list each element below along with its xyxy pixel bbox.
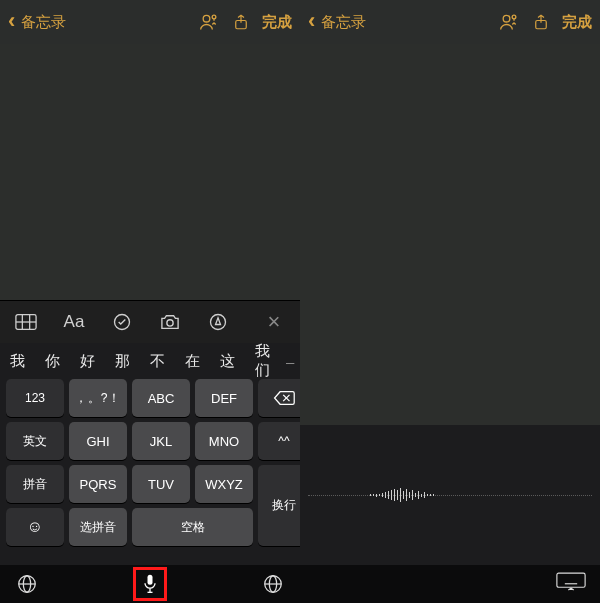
svg-point-8 <box>167 320 173 326</box>
svg-point-1 <box>212 15 216 19</box>
checklist-icon[interactable] <box>110 310 134 334</box>
candidate[interactable]: 我们 <box>251 342 274 380</box>
back-button[interactable]: ‹ 备忘录 <box>8 10 66 34</box>
share-icon[interactable] <box>230 11 252 33</box>
done-button[interactable]: 完成 <box>262 13 292 32</box>
candidate[interactable]: 在 <box>181 352 204 371</box>
keyboard-icon[interactable] <box>556 572 586 596</box>
mic-icon[interactable] <box>133 567 167 601</box>
candidate-bar: 我 你 好 那 不 在 这 我们 – ⌄ <box>0 343 300 379</box>
svg-point-0 <box>203 15 210 22</box>
key-wxyz[interactable]: WXYZ <box>195 465 253 503</box>
key-def[interactable]: DEF <box>195 379 253 417</box>
back-label: 备忘录 <box>321 13 366 32</box>
key-abc[interactable]: ABC <box>132 379 190 417</box>
nav-bar: ‹ 备忘录 完成 <box>0 0 300 44</box>
share-icon[interactable] <box>530 11 552 33</box>
note-canvas[interactable] <box>0 44 300 300</box>
svg-point-22 <box>512 15 516 19</box>
nav-bar: ‹ 备忘录 完成 <box>300 0 600 44</box>
waveform-bars <box>370 485 550 505</box>
camera-icon[interactable] <box>158 310 182 334</box>
markup-icon[interactable] <box>206 310 230 334</box>
candidate[interactable]: 好 <box>76 352 99 371</box>
key-123[interactable]: 123 <box>6 379 64 417</box>
globe-icon[interactable] <box>14 571 40 597</box>
svg-rect-24 <box>557 573 585 587</box>
svg-rect-15 <box>148 575 153 585</box>
globe-icon[interactable] <box>260 571 286 597</box>
key-tuv[interactable]: TUV <box>132 465 190 503</box>
key-emoji[interactable]: ☺ <box>6 508 64 546</box>
candidate[interactable]: 我 <box>6 352 29 371</box>
collaborate-icon[interactable] <box>198 11 220 33</box>
key-select-pinyin[interactable]: 选拼音 <box>69 508 127 546</box>
candidate[interactable]: 你 <box>41 352 64 371</box>
back-label: 备忘录 <box>21 13 66 32</box>
svg-point-21 <box>503 15 510 22</box>
candidate[interactable]: 那 <box>111 352 134 371</box>
key-pinyin[interactable]: 拼音 <box>6 465 64 503</box>
close-icon[interactable]: × <box>262 310 286 334</box>
key-pqrs[interactable]: PQRS <box>69 465 127 503</box>
dictation-waveform <box>300 425 600 565</box>
chevron-left-icon: ‹ <box>8 8 15 34</box>
back-button[interactable]: ‹ 备忘录 <box>308 10 366 34</box>
candidate-collapse[interactable]: – <box>286 353 294 370</box>
format-toolbar: Aa × <box>0 300 300 343</box>
text-format-icon[interactable]: Aa <box>62 310 86 334</box>
keyboard: 我 你 好 那 不 在 这 我们 – ⌄ 123 ，。?！ ABC DEF 英文… <box>0 343 300 565</box>
key-ghi[interactable]: GHI <box>69 422 127 460</box>
key-english[interactable]: 英文 <box>6 422 64 460</box>
table-icon[interactable] <box>14 310 38 334</box>
done-button[interactable]: 完成 <box>562 13 592 32</box>
key-mno[interactable]: MNO <box>195 422 253 460</box>
candidate[interactable]: 这 <box>216 352 239 371</box>
keyboard-bottom-bar <box>0 565 300 603</box>
key-punct[interactable]: ，。?！ <box>69 379 127 417</box>
collaborate-icon[interactable] <box>498 11 520 33</box>
candidate[interactable]: 不 <box>146 352 169 371</box>
key-space[interactable]: 空格 <box>132 508 253 546</box>
key-jkl[interactable]: JKL <box>132 422 190 460</box>
note-canvas[interactable] <box>300 44 600 428</box>
chevron-left-icon: ‹ <box>308 8 315 34</box>
keyboard-bottom-bar <box>300 565 600 603</box>
